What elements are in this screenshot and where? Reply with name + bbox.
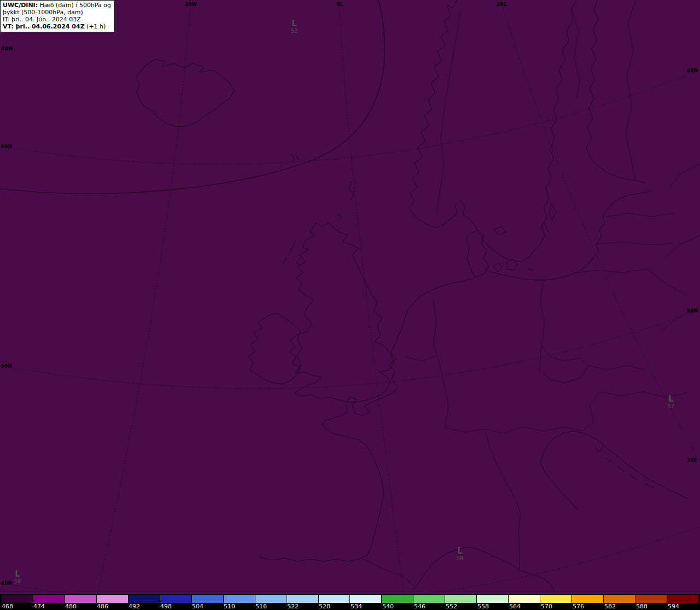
country-borders	[361, 0, 700, 586]
colorbar-label: 480	[65, 603, 96, 610]
meridian-0	[339, 0, 404, 594]
colorbar-segment	[477, 595, 509, 603]
colorbar-segment	[287, 595, 319, 603]
coast-great-britain	[289, 223, 394, 403]
pressure-marker-symbol: L	[457, 547, 464, 555]
colorbar-label: 558	[477, 603, 509, 610]
coast-mediterranean	[413, 547, 555, 592]
colorbar-segment	[255, 595, 287, 603]
colorbar-label: 498	[160, 603, 191, 610]
pressure-marker: L58	[457, 547, 464, 561]
colorbar-segment	[160, 595, 192, 603]
valid-time-offset: (+1 h)	[85, 23, 106, 30]
map-canvas: 20W0E20E40W60N50N40N60N50N20E L52L57L58L…	[0, 0, 700, 594]
border-east-1	[648, 269, 687, 295]
coast-shetland	[349, 180, 357, 201]
border-east-3	[668, 164, 700, 189]
title-line-3: IT: þri.. 04. Jún.. 2024 03Z	[3, 16, 111, 23]
colorbar-label: 546	[413, 603, 445, 610]
coastlines	[136, 0, 688, 592]
parallel-40n	[0, 526, 700, 594]
title-line-4: VT: þri.. 04.06.2024 04Z (+1 h)	[3, 23, 111, 30]
coast-northsea-france-iberia	[259, 278, 475, 561]
colorbar-segment	[509, 595, 540, 603]
title-line-1: UWC/DINI: Hæð (dam) í 500hPa og	[3, 2, 111, 9]
coast-baltic-east	[485, 191, 650, 280]
coast-iceland	[136, 59, 234, 127]
coast-finland	[586, 0, 645, 183]
border-france-germany	[438, 356, 448, 428]
coast-baltic-islands	[528, 204, 556, 271]
colorbar-segment	[97, 595, 129, 603]
border-germany-netherlands	[433, 300, 438, 356]
border-lithuania-poland	[572, 269, 648, 274]
map-title-box: UWC/DINI: Hæð (dam) í 500hPa og þykkt (5…	[0, 0, 115, 32]
border-baltics-2	[597, 242, 673, 245]
colorbar-segment	[635, 595, 667, 603]
coast-adriatic-east	[590, 435, 688, 499]
colorbar-label: 468	[1, 603, 33, 610]
title-product-label: UWC/DINI:	[3, 2, 38, 9]
border-belgium	[405, 356, 438, 361]
grid-label: 20E	[497, 2, 507, 7]
colorbar-segment	[667, 595, 699, 603]
border-switzerland	[445, 428, 503, 433]
border-austria	[503, 392, 599, 433]
colorbar-segment	[224, 595, 255, 603]
grid-label: 20W	[185, 2, 197, 7]
pressure-marker: L52	[291, 20, 298, 34]
pressure-marker: L58	[14, 570, 21, 584]
grid-label: 60N	[687, 68, 698, 73]
title-product-text: Hæð (dam) í 500hPa og	[38, 2, 111, 9]
valid-time-text: VT: þri.. 04.06.2024 04Z	[3, 23, 85, 30]
colorbar-label: 528	[318, 603, 350, 610]
colorbar-segment	[382, 595, 413, 603]
pressure-marker: L57	[668, 395, 675, 409]
pressure-marker-value: 58	[14, 578, 21, 584]
grid-label: 40W	[1, 46, 13, 51]
colorbar-segment	[33, 595, 65, 603]
map-graphics	[0, 0, 700, 594]
graticule-lines	[0, 0, 700, 594]
grid-label: 50N	[687, 308, 698, 313]
pressure-marker-value: 52	[291, 28, 298, 34]
colorbar: 4684744804864924985045105165225285345405…	[0, 594, 700, 610]
colorbar-segment	[129, 595, 160, 603]
colorbar-label: 582	[604, 603, 635, 610]
colorbar-label: 504	[191, 603, 223, 610]
colorbar-label: 522	[287, 603, 318, 610]
colorbar-segment	[572, 595, 604, 603]
colorbar-segment	[540, 595, 572, 603]
colorbar-label: 594	[667, 603, 699, 610]
border-pyrenees	[361, 558, 415, 586]
colorbar-label: 540	[382, 603, 413, 610]
pressure-marker-value: 58	[457, 555, 464, 561]
border-east-4	[664, 235, 700, 259]
coast-orkney	[336, 214, 342, 219]
weather-map-app: 20W0E20E40W60N50N40N60N50N20E L52L57L58L…	[0, 0, 700, 610]
border-sweden-finland	[572, 9, 580, 98]
pressure-marker-symbol: L	[291, 20, 298, 28]
colorbar-label: 570	[540, 603, 572, 610]
border-baltics-1	[606, 213, 674, 217]
border-slovakia	[588, 365, 645, 370]
colorbar-label: 534	[350, 603, 382, 610]
border-finland-russia	[626, 0, 635, 181]
pressure-marker-symbol: L	[14, 570, 21, 578]
grid-label: 0E	[336, 2, 343, 7]
colorbar-segment	[604, 595, 635, 603]
colorbar-label: 576	[572, 603, 604, 610]
colorbar-label: 516	[255, 603, 287, 610]
colorbar-segment	[192, 595, 224, 603]
grid-label: 60N	[1, 144, 12, 149]
colorbar-label: 492	[128, 603, 160, 610]
colorbar-swatches	[1, 595, 699, 603]
meridian-20w	[97, 0, 190, 594]
colorbar-label: 588	[635, 603, 667, 610]
colorbar-segment	[1, 595, 33, 603]
grid-label: 20E	[687, 457, 697, 463]
colorbar-segment	[350, 595, 382, 603]
border-czechia	[539, 346, 588, 383]
parallel-60n	[0, 70, 700, 164]
colorbar-label: 510	[223, 603, 255, 610]
